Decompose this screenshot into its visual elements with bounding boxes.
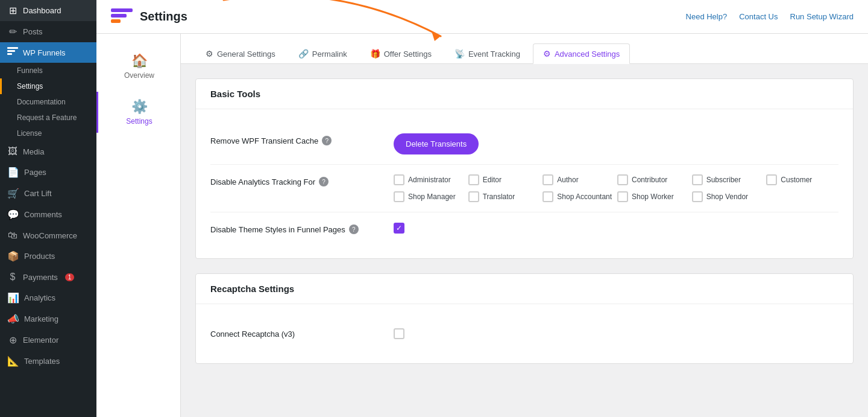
remove-cache-row: Remove WPF Transient Cache ? Delete Tran…	[210, 124, 838, 165]
sidebar-item-payments[interactable]: $ Payments 1	[0, 267, 96, 287]
templates-icon: 📐	[7, 355, 19, 367]
need-help-link[interactable]: Need Help?	[686, 12, 728, 21]
wpfunnels-icon	[7, 47, 18, 58]
translator-checkbox[interactable]	[468, 191, 479, 202]
connect-recaptcha-label: Connect Recaptcha (v3)	[210, 329, 379, 339]
settings-content: Basic Tools Remove WPF Transient Cache ?…	[181, 64, 868, 393]
recaptcha-body: Connect Recaptcha (v3)	[196, 304, 853, 363]
dashboard-icon: ⊞	[7, 5, 18, 16]
sidebar-item-media[interactable]: 🖼 Media	[0, 141, 96, 162]
overview-icon: 🏠	[131, 53, 148, 69]
role-administrator[interactable]: Administrator	[394, 174, 466, 185]
submenu-settings[interactable]: Settings	[0, 78, 96, 94]
author-checkbox[interactable]	[542, 174, 553, 185]
disable-theme-row: Disable Theme Styles in Funnel Pages ? ✓	[210, 212, 838, 244]
svg-rect-3	[111, 8, 133, 12]
content-area: 🏠 Overview ⚙️ Settings ⚙ General Setting…	[96, 34, 868, 417]
disable-theme-checkbox[interactable]: ✓	[394, 223, 404, 234]
contributor-checkbox[interactable]	[617, 174, 628, 185]
role-contributor[interactable]: Contributor	[617, 174, 690, 185]
event-tab-icon: 📡	[454, 49, 465, 59]
general-tab-icon: ⚙	[206, 49, 213, 59]
delete-transients-button[interactable]: Delete Transients	[394, 133, 479, 154]
remove-cache-control: Delete Transients	[394, 133, 838, 154]
posts-icon: ✏	[7, 26, 18, 37]
roles-checkboxes-grid: Administrator Editor Author	[394, 174, 838, 202]
role-customer[interactable]: Customer	[766, 174, 838, 185]
woocommerce-icon: 🛍	[7, 230, 18, 241]
analytics-icon: 📊	[7, 292, 19, 304]
sidebar-item-woocommerce[interactable]: 🛍 WooCommerce	[0, 225, 96, 246]
sidebar-item-dashboard[interactable]: ⊞ Dashboard	[0, 0, 96, 21]
role-editor[interactable]: Editor	[468, 174, 541, 185]
shop-accountant-checkbox[interactable]	[542, 191, 553, 202]
basic-tools-section: Basic Tools Remove WPF Transient Cache ?…	[195, 78, 854, 259]
svg-rect-0	[7, 47, 18, 49]
editor-checkbox[interactable]	[468, 174, 479, 185]
sidebar-item-templates[interactable]: 📐 Templates	[0, 351, 96, 372]
sidebar-item-products[interactable]: 📦 Products	[0, 246, 96, 267]
leftnav-settings[interactable]: ⚙️ Settings	[96, 92, 180, 133]
sidebar-item-wpfunnels[interactable]: WP Funnels	[0, 42, 96, 63]
comments-icon: 💬	[7, 209, 19, 220]
tab-advanced[interactable]: ⚙ Advanced Settings	[533, 43, 630, 64]
sidebar-item-marketing[interactable]: 📣 Marketing	[0, 308, 96, 329]
shop-vendor-checkbox[interactable]	[692, 191, 703, 202]
products-icon: 📦	[7, 250, 19, 262]
sidebar-item-elementor[interactable]: ⊕ Elementor	[0, 329, 96, 351]
topbar-links: Need Help? Contact Us Run Setup Wizard	[686, 12, 854, 21]
remove-cache-help-icon[interactable]: ?	[322, 136, 332, 145]
role-author[interactable]: Author	[542, 174, 615, 185]
topbar: Settings Need Help? Contact Us Run Setup…	[96, 0, 868, 34]
sidebar-item-cartlift[interactable]: 🛒 Cart Lift	[0, 183, 96, 204]
role-subscriber[interactable]: Subscriber	[692, 174, 764, 185]
left-nav: 🏠 Overview ⚙️ Settings	[96, 34, 181, 417]
disable-theme-control: ✓	[394, 222, 838, 234]
role-shop-manager[interactable]: Shop Manager	[394, 191, 466, 202]
media-icon: 🖼	[7, 146, 18, 157]
cartlift-icon: 🛒	[7, 188, 19, 199]
submenu-request-feature[interactable]: Request a Feature	[0, 110, 96, 126]
pages-icon: 📄	[7, 167, 19, 178]
svg-rect-4	[111, 14, 127, 18]
recaptcha-header: Recaptcha Settings	[196, 274, 853, 304]
sidebar-item-analytics[interactable]: 📊 Analytics	[0, 287, 96, 308]
sidebar-item-comments[interactable]: 💬 Comments	[0, 204, 96, 225]
permalink-tab-icon: 🔗	[298, 49, 309, 59]
run-setup-link[interactable]: Run Setup Wizard	[790, 12, 854, 21]
subscriber-checkbox[interactable]	[692, 174, 703, 185]
basic-tools-header: Basic Tools	[196, 79, 853, 109]
payments-badge: 1	[65, 273, 75, 281]
submenu-documentation[interactable]: Documentation	[0, 94, 96, 110]
connect-recaptcha-checkbox[interactable]	[394, 328, 404, 339]
submenu-funnels[interactable]: Funnels	[0, 63, 96, 78]
logo	[111, 5, 133, 29]
orange-arrow	[218, 0, 459, 48]
svg-rect-1	[7, 50, 15, 52]
wpfunnels-submenu: Funnels Settings Documentation Request a…	[0, 63, 96, 141]
role-shop-accountant[interactable]: Shop Accountant	[542, 191, 615, 202]
elementor-icon: ⊕	[7, 334, 18, 346]
shop-worker-checkbox[interactable]	[617, 191, 628, 202]
settings-nav-icon: ⚙️	[131, 99, 148, 115]
shop-manager-checkbox[interactable]	[394, 191, 404, 202]
sidebar: ⊞ Dashboard ✏ Posts WP Funnels Funnels S…	[0, 0, 96, 417]
disable-analytics-control: Administrator Editor Author	[394, 174, 838, 202]
contact-us-link[interactable]: Contact Us	[739, 12, 778, 21]
administrator-checkbox[interactable]	[394, 174, 404, 185]
marketing-icon: 📣	[7, 313, 19, 325]
sidebar-item-posts[interactable]: ✏ Posts	[0, 21, 96, 42]
leftnav-overview[interactable]: 🏠 Overview	[96, 46, 180, 87]
sidebar-item-pages[interactable]: 📄 Pages	[0, 162, 96, 183]
topbar-left: Settings	[111, 5, 187, 29]
role-shop-worker[interactable]: Shop Worker	[617, 191, 690, 202]
payments-icon: $	[7, 272, 18, 282]
role-shop-vendor[interactable]: Shop Vendor	[692, 191, 764, 202]
disable-analytics-help-icon[interactable]: ?	[319, 177, 329, 186]
customer-checkbox[interactable]	[766, 174, 777, 185]
role-translator[interactable]: Translator	[468, 191, 541, 202]
disable-theme-help-icon[interactable]: ?	[349, 224, 359, 234]
offer-tab-icon: 🎁	[370, 49, 380, 59]
svg-marker-6	[432, 31, 441, 41]
submenu-license[interactable]: License	[0, 126, 96, 141]
